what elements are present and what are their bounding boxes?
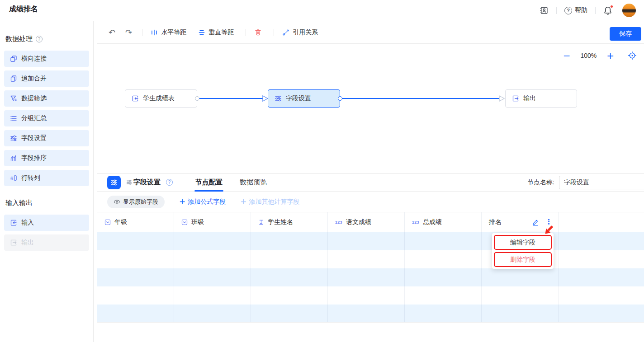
- sidebar-item-group-summary[interactable]: 分组汇总: [4, 110, 89, 126]
- sidebar-item-label: 字段排序: [21, 154, 47, 162]
- sidebar-item-output: 输出: [4, 234, 89, 251]
- help-label: 帮助: [575, 6, 587, 14]
- reference-relations-button[interactable]: 引用关系: [282, 28, 318, 37]
- tab-data-preview[interactable]: 数据预览: [239, 173, 268, 192]
- delete-field-menu-item[interactable]: 删除字段: [494, 252, 552, 267]
- save-button[interactable]: 保存: [610, 27, 641, 41]
- sidebar-item-data-filter[interactable]: 数据筛选: [4, 90, 89, 107]
- edit-field-icon[interactable]: [532, 219, 539, 226]
- table-cell: [328, 305, 405, 322]
- field-settings-icon: [275, 95, 282, 102]
- fit-view-icon[interactable]: [628, 51, 637, 60]
- column-label: 排名: [489, 218, 502, 226]
- table-cell: [97, 305, 174, 322]
- zoom-out-button[interactable]: −: [563, 51, 571, 60]
- show-original-fields-label: 显示原始字段: [123, 198, 158, 206]
- output-port[interactable]: [195, 96, 199, 101]
- plus-icon: +: [240, 198, 246, 206]
- node-output[interactable]: 输出: [505, 89, 577, 108]
- output-port[interactable]: [338, 96, 342, 101]
- table-cell: [251, 305, 328, 322]
- sidebar-item-field-settings[interactable]: 字段设置: [4, 130, 89, 146]
- sidebar-item-label: 横向连接: [21, 55, 47, 63]
- table-row: [97, 286, 644, 305]
- flow-canvas[interactable]: − 100% +: [97, 44, 644, 173]
- table-row: [97, 232, 644, 250]
- divider: [274, 29, 274, 36]
- table-cell: [174, 232, 251, 250]
- node-name-input[interactable]: [559, 176, 644, 189]
- help-button[interactable]: ? 帮助: [564, 6, 587, 14]
- notification-dot: [610, 5, 613, 8]
- plus-icon: +: [179, 198, 185, 206]
- main-area: ↶ ↷ 水平等距 垂直等距: [97, 21, 644, 342]
- table-cell: [559, 286, 644, 305]
- zoom-in-button[interactable]: +: [606, 51, 614, 60]
- column-label: 年级: [114, 218, 127, 226]
- table-cell: [328, 250, 405, 268]
- question-circle-icon: ?: [564, 7, 572, 14]
- table-cell: [251, 232, 328, 250]
- notification-bell-icon[interactable]: [603, 6, 612, 15]
- sidebar: 数据处理 ? 横向连接 追加合并: [0, 21, 94, 342]
- tab-node-config[interactable]: 节点配置: [194, 173, 223, 192]
- sidebar-item-append-merge[interactable]: 追加合并: [4, 70, 89, 87]
- sidebar-gutter: [94, 21, 97, 342]
- sidebar-item-horizontal-join[interactable]: 横向连接: [4, 51, 89, 67]
- horizontal-join-icon: [10, 55, 17, 62]
- column-header-student-name: 学生姓名: [251, 212, 328, 232]
- vertical-spacing-label: 垂直等距: [208, 28, 234, 37]
- eye-icon: [114, 198, 120, 205]
- table-cell: [97, 250, 174, 268]
- table-cell: [328, 286, 405, 305]
- zoom-controls: − 100% +: [563, 51, 637, 60]
- column-header-chinese-score: 123 语文成绩: [328, 212, 405, 232]
- column-header-total-score: 123 总成绩: [405, 212, 482, 232]
- add-formula-field-button[interactable]: + 添加公式字段: [179, 198, 226, 206]
- text-field-icon: [258, 219, 264, 225]
- column-label: 学生姓名: [268, 218, 293, 226]
- canvas-toolbar: ↶ ↷ 水平等距 垂直等距: [97, 21, 644, 44]
- page-title[interactable]: 成绩排名: [8, 4, 39, 17]
- number-field-icon: 123: [412, 220, 419, 225]
- edit-field-menu-item[interactable]: 编辑字段: [494, 235, 552, 250]
- output-node-icon: [512, 95, 519, 102]
- table-header-row: 年级 班级 学生姓名: [97, 212, 644, 232]
- delete-node-button[interactable]: [254, 28, 262, 36]
- section-help-icon[interactable]: ?: [36, 36, 43, 42]
- redo-button[interactable]: ↷: [125, 28, 132, 37]
- node-student-scores[interactable]: 学生成绩表: [125, 89, 197, 108]
- panel-tabs: 节点配置 数据预览: [194, 173, 268, 192]
- table-cell: [97, 232, 174, 250]
- vertical-spacing-button[interactable]: 垂直等距: [198, 28, 234, 37]
- show-original-fields-button[interactable]: 显示原始字段: [107, 196, 165, 208]
- reference-relations-label: 引用关系: [293, 28, 318, 37]
- table-cell: [482, 286, 559, 305]
- sidebar-item-label: 输出: [21, 239, 34, 247]
- divider: [246, 29, 246, 36]
- table-cell: [174, 268, 251, 286]
- table-cell: [405, 232, 482, 250]
- vertical-spacing-icon: [198, 29, 205, 36]
- table-cell: [559, 305, 644, 322]
- sidebar-item-field-sort[interactable]: 字段排序: [4, 150, 89, 166]
- sidebar-item-rows-to-columns[interactable]: 6 行转列: [4, 170, 89, 186]
- table-cell: [405, 268, 482, 286]
- field-settings-mini-icon: [126, 179, 132, 185]
- contact-book-icon[interactable]: [540, 6, 549, 15]
- node-label: 输出: [523, 94, 536, 103]
- horizontal-spacing-button[interactable]: 水平等距: [151, 28, 186, 37]
- divider: [142, 29, 142, 36]
- user-avatar[interactable]: [622, 4, 636, 17]
- section-title: 输入输出: [5, 199, 33, 207]
- panel-help-icon[interactable]: ?: [166, 179, 173, 186]
- group-summary-icon: [10, 115, 17, 122]
- horizontal-spacing-icon: [151, 29, 158, 36]
- panel-header: 字段设置 ? 节点配置 数据预览 节点名称:: [97, 173, 644, 192]
- node-field-settings[interactable]: 字段设置: [268, 89, 340, 108]
- horizontal-spacing-label: 水平等距: [161, 28, 186, 37]
- undo-button[interactable]: ↶: [109, 28, 115, 37]
- field-sort-icon: [10, 155, 17, 162]
- sidebar-item-input[interactable]: 输入: [4, 215, 89, 231]
- table-cell: [405, 286, 482, 305]
